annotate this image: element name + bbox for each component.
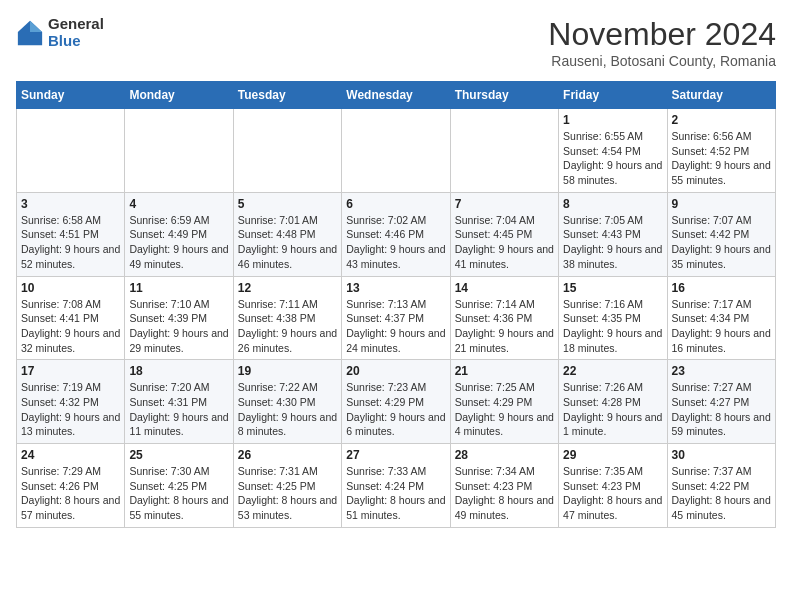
day-number: 10	[21, 281, 120, 295]
day-detail: Sunrise: 7:22 AM Sunset: 4:30 PM Dayligh…	[238, 380, 337, 439]
day-cell: 10Sunrise: 7:08 AM Sunset: 4:41 PM Dayli…	[17, 276, 125, 360]
day-detail: Sunrise: 7:31 AM Sunset: 4:25 PM Dayligh…	[238, 464, 337, 523]
day-number: 21	[455, 364, 554, 378]
header-day-saturday: Saturday	[667, 82, 775, 109]
logo: General Blue	[16, 16, 104, 49]
week-row-5: 24Sunrise: 7:29 AM Sunset: 4:26 PM Dayli…	[17, 444, 776, 528]
day-number: 26	[238, 448, 337, 462]
day-cell: 17Sunrise: 7:19 AM Sunset: 4:32 PM Dayli…	[17, 360, 125, 444]
day-cell: 27Sunrise: 7:33 AM Sunset: 4:24 PM Dayli…	[342, 444, 450, 528]
day-number: 4	[129, 197, 228, 211]
day-cell: 5Sunrise: 7:01 AM Sunset: 4:48 PM Daylig…	[233, 192, 341, 276]
month-title: November 2024	[548, 16, 776, 53]
day-number: 23	[672, 364, 771, 378]
logo-text: General Blue	[48, 16, 104, 49]
day-number: 30	[672, 448, 771, 462]
week-row-3: 10Sunrise: 7:08 AM Sunset: 4:41 PM Dayli…	[17, 276, 776, 360]
day-cell: 12Sunrise: 7:11 AM Sunset: 4:38 PM Dayli…	[233, 276, 341, 360]
day-cell	[342, 109, 450, 193]
day-cell: 22Sunrise: 7:26 AM Sunset: 4:28 PM Dayli…	[559, 360, 667, 444]
svg-marker-1	[30, 20, 42, 31]
day-detail: Sunrise: 7:25 AM Sunset: 4:29 PM Dayligh…	[455, 380, 554, 439]
day-number: 19	[238, 364, 337, 378]
day-detail: Sunrise: 6:58 AM Sunset: 4:51 PM Dayligh…	[21, 213, 120, 272]
day-detail: Sunrise: 7:27 AM Sunset: 4:27 PM Dayligh…	[672, 380, 771, 439]
day-detail: Sunrise: 7:35 AM Sunset: 4:23 PM Dayligh…	[563, 464, 662, 523]
day-cell: 15Sunrise: 7:16 AM Sunset: 4:35 PM Dayli…	[559, 276, 667, 360]
header-day-wednesday: Wednesday	[342, 82, 450, 109]
day-detail: Sunrise: 7:07 AM Sunset: 4:42 PM Dayligh…	[672, 213, 771, 272]
day-detail: Sunrise: 7:14 AM Sunset: 4:36 PM Dayligh…	[455, 297, 554, 356]
day-cell: 29Sunrise: 7:35 AM Sunset: 4:23 PM Dayli…	[559, 444, 667, 528]
day-number: 29	[563, 448, 662, 462]
day-cell: 28Sunrise: 7:34 AM Sunset: 4:23 PM Dayli…	[450, 444, 558, 528]
day-cell: 30Sunrise: 7:37 AM Sunset: 4:22 PM Dayli…	[667, 444, 775, 528]
day-number: 13	[346, 281, 445, 295]
week-row-4: 17Sunrise: 7:19 AM Sunset: 4:32 PM Dayli…	[17, 360, 776, 444]
week-row-1: 1Sunrise: 6:55 AM Sunset: 4:54 PM Daylig…	[17, 109, 776, 193]
day-detail: Sunrise: 7:23 AM Sunset: 4:29 PM Dayligh…	[346, 380, 445, 439]
day-cell: 11Sunrise: 7:10 AM Sunset: 4:39 PM Dayli…	[125, 276, 233, 360]
calendar-header: SundayMondayTuesdayWednesdayThursdayFrid…	[17, 82, 776, 109]
day-detail: Sunrise: 7:34 AM Sunset: 4:23 PM Dayligh…	[455, 464, 554, 523]
day-number: 5	[238, 197, 337, 211]
day-cell: 26Sunrise: 7:31 AM Sunset: 4:25 PM Dayli…	[233, 444, 341, 528]
day-cell: 1Sunrise: 6:55 AM Sunset: 4:54 PM Daylig…	[559, 109, 667, 193]
day-cell: 6Sunrise: 7:02 AM Sunset: 4:46 PM Daylig…	[342, 192, 450, 276]
day-number: 14	[455, 281, 554, 295]
day-cell: 18Sunrise: 7:20 AM Sunset: 4:31 PM Dayli…	[125, 360, 233, 444]
day-cell: 4Sunrise: 6:59 AM Sunset: 4:49 PM Daylig…	[125, 192, 233, 276]
header-day-sunday: Sunday	[17, 82, 125, 109]
day-number: 12	[238, 281, 337, 295]
header-day-friday: Friday	[559, 82, 667, 109]
day-detail: Sunrise: 7:02 AM Sunset: 4:46 PM Dayligh…	[346, 213, 445, 272]
day-detail: Sunrise: 7:11 AM Sunset: 4:38 PM Dayligh…	[238, 297, 337, 356]
day-detail: Sunrise: 6:56 AM Sunset: 4:52 PM Dayligh…	[672, 129, 771, 188]
day-number: 2	[672, 113, 771, 127]
day-detail: Sunrise: 6:55 AM Sunset: 4:54 PM Dayligh…	[563, 129, 662, 188]
day-cell: 8Sunrise: 7:05 AM Sunset: 4:43 PM Daylig…	[559, 192, 667, 276]
day-cell: 13Sunrise: 7:13 AM Sunset: 4:37 PM Dayli…	[342, 276, 450, 360]
header-day-tuesday: Tuesday	[233, 82, 341, 109]
day-cell: 19Sunrise: 7:22 AM Sunset: 4:30 PM Dayli…	[233, 360, 341, 444]
day-number: 20	[346, 364, 445, 378]
title-area: November 2024 Rauseni, Botosani County, …	[548, 16, 776, 69]
day-detail: Sunrise: 7:01 AM Sunset: 4:48 PM Dayligh…	[238, 213, 337, 272]
day-cell: 25Sunrise: 7:30 AM Sunset: 4:25 PM Dayli…	[125, 444, 233, 528]
day-number: 3	[21, 197, 120, 211]
day-cell	[17, 109, 125, 193]
day-number: 8	[563, 197, 662, 211]
day-number: 9	[672, 197, 771, 211]
day-cell: 21Sunrise: 7:25 AM Sunset: 4:29 PM Dayli…	[450, 360, 558, 444]
day-detail: Sunrise: 7:04 AM Sunset: 4:45 PM Dayligh…	[455, 213, 554, 272]
day-number: 11	[129, 281, 228, 295]
day-detail: Sunrise: 7:13 AM Sunset: 4:37 PM Dayligh…	[346, 297, 445, 356]
day-number: 18	[129, 364, 228, 378]
header-row: SundayMondayTuesdayWednesdayThursdayFrid…	[17, 82, 776, 109]
day-number: 24	[21, 448, 120, 462]
day-number: 27	[346, 448, 445, 462]
calendar-body: 1Sunrise: 6:55 AM Sunset: 4:54 PM Daylig…	[17, 109, 776, 528]
day-number: 28	[455, 448, 554, 462]
subtitle: Rauseni, Botosani County, Romania	[548, 53, 776, 69]
day-cell: 24Sunrise: 7:29 AM Sunset: 4:26 PM Dayli…	[17, 444, 125, 528]
day-number: 1	[563, 113, 662, 127]
header-day-monday: Monday	[125, 82, 233, 109]
day-cell: 20Sunrise: 7:23 AM Sunset: 4:29 PM Dayli…	[342, 360, 450, 444]
day-cell: 3Sunrise: 6:58 AM Sunset: 4:51 PM Daylig…	[17, 192, 125, 276]
day-detail: Sunrise: 7:20 AM Sunset: 4:31 PM Dayligh…	[129, 380, 228, 439]
day-cell	[125, 109, 233, 193]
day-cell: 16Sunrise: 7:17 AM Sunset: 4:34 PM Dayli…	[667, 276, 775, 360]
day-number: 7	[455, 197, 554, 211]
logo-general-text: General	[48, 16, 104, 33]
day-cell: 2Sunrise: 6:56 AM Sunset: 4:52 PM Daylig…	[667, 109, 775, 193]
day-detail: Sunrise: 7:05 AM Sunset: 4:43 PM Dayligh…	[563, 213, 662, 272]
day-number: 22	[563, 364, 662, 378]
day-number: 25	[129, 448, 228, 462]
header: General Blue November 2024 Rauseni, Boto…	[16, 16, 776, 69]
day-detail: Sunrise: 7:16 AM Sunset: 4:35 PM Dayligh…	[563, 297, 662, 356]
week-row-2: 3Sunrise: 6:58 AM Sunset: 4:51 PM Daylig…	[17, 192, 776, 276]
day-number: 17	[21, 364, 120, 378]
day-detail: Sunrise: 7:26 AM Sunset: 4:28 PM Dayligh…	[563, 380, 662, 439]
day-detail: Sunrise: 7:08 AM Sunset: 4:41 PM Dayligh…	[21, 297, 120, 356]
